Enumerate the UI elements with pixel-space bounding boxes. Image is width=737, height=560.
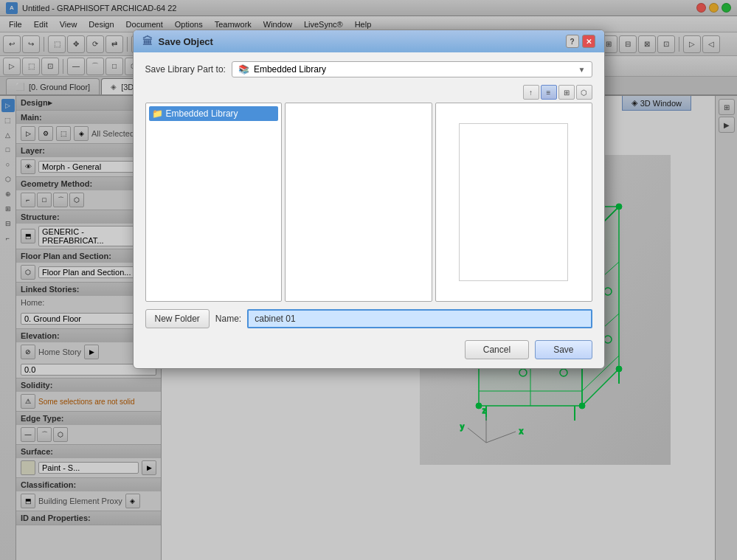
browser-up-btn[interactable]: ↑: [523, 85, 539, 100]
preview-content: [459, 123, 568, 281]
folder-label: Embedded Library: [166, 108, 238, 119]
dialog-overlay: 🏛 Save Object ? ✕ Save Library Part to: …: [0, 0, 737, 560]
name-row: New Folder Name:: [145, 309, 592, 328]
browser-toolbar: ↑ ≡ ⊞ ⬡: [145, 85, 592, 100]
save-library-row: Save Library Part to: 📚 Embedded Library…: [145, 61, 592, 77]
dialog-title-icon: 🏛: [142, 35, 153, 47]
library-dropdown-arrow: ▼: [578, 66, 586, 74]
dialog-help-button[interactable]: ?: [566, 35, 579, 48]
new-folder-button[interactable]: New Folder: [145, 309, 210, 328]
dialog-body: Save Library Part to: 📚 Embedded Library…: [134, 52, 604, 368]
name-label: Name:: [215, 314, 241, 324]
library-dropdown-text: 📚 Embedded Library: [238, 64, 326, 75]
file-browser: 📁 Embedded Library: [145, 103, 592, 302]
dialog-buttons: ? ✕: [566, 35, 595, 48]
library-icon: 📚: [238, 64, 249, 75]
library-value: Embedded Library: [254, 64, 326, 75]
folder-pane: 📁 Embedded Library: [145, 103, 282, 302]
folder-icon: 📁: [152, 108, 163, 119]
browser-thumbnail-btn[interactable]: ⬡: [576, 85, 592, 100]
cancel-button[interactable]: Cancel: [465, 340, 529, 359]
save-library-label: Save Library Part to:: [145, 64, 226, 75]
dialog-close-button[interactable]: ✕: [582, 35, 595, 48]
file-pane: [285, 103, 432, 302]
browser-detail-btn[interactable]: ⊞: [558, 85, 575, 100]
dialog-titlebar: 🏛 Save Object ? ✕: [134, 30, 604, 52]
preview-pane: [435, 103, 592, 302]
browser-list-btn[interactable]: ≡: [541, 85, 557, 100]
dialog-title-text: Save Object: [159, 36, 213, 47]
dialog-footer: Cancel Save: [145, 337, 592, 359]
folder-item-embedded-library[interactable]: 📁 Embedded Library: [149, 106, 278, 121]
name-input[interactable]: [247, 309, 592, 328]
library-dropdown[interactable]: 📚 Embedded Library ▼: [232, 61, 592, 77]
save-button[interactable]: Save: [535, 340, 592, 359]
save-object-dialog: 🏛 Save Object ? ✕ Save Library Part to: …: [133, 30, 605, 369]
dialog-title-left: 🏛 Save Object: [142, 35, 213, 47]
